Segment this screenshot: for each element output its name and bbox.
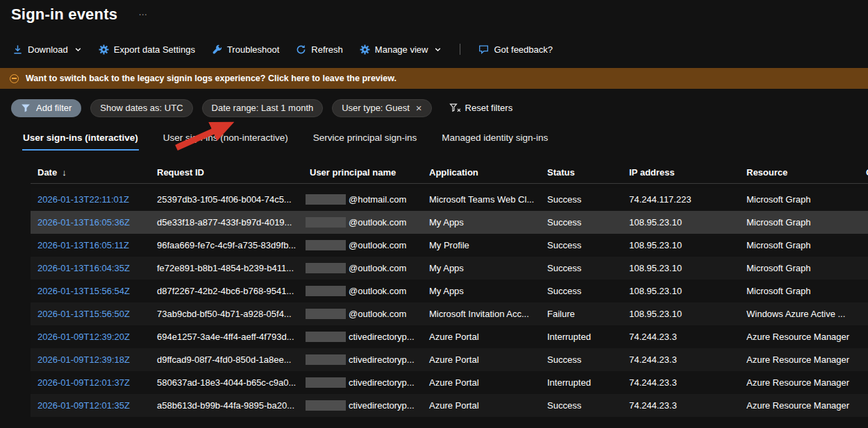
toolbar-button-download[interactable]: Download [12, 44, 82, 55]
toolbar-label: Got feedback? [494, 44, 553, 55]
column-header-label: IP address [629, 167, 675, 178]
toolbar-label: Export data Settings [114, 44, 195, 55]
download-icon [12, 44, 23, 55]
user-principal-name-cell: ctivedirectoryp... [303, 377, 422, 388]
more-options-icon[interactable]: … [138, 7, 147, 17]
resource-cell: Microsoft Graph [740, 286, 859, 296]
application-cell: My Apps [422, 286, 540, 296]
redaction-box [306, 194, 346, 205]
date-cell: 2026-01-13T16:05:36Z [31, 217, 150, 228]
resource-cell: Windows Azure Active ... [740, 309, 859, 319]
date-link[interactable]: 2026-01-09T12:01:37Z [37, 377, 130, 388]
ip-address-cell: 108.95.23.10 [622, 240, 740, 250]
ip-address-cell: 74.244.117.223 [622, 194, 740, 205]
clear-filter-icon [449, 103, 461, 113]
chevron-down-icon [434, 46, 442, 53]
add-filter-button[interactable]: Add filter [11, 99, 81, 117]
request-id-cell: d9ffcad9-08f7-4fd0-850d-1a8ee... [150, 354, 303, 365]
toolbar: DownloadExport data SettingsTroubleshoot… [0, 37, 868, 61]
column-header-date[interactable]: Date↓ [31, 167, 150, 178]
toolbar-button-refresh[interactable]: Refresh [296, 44, 343, 55]
application-cell: My Apps [422, 217, 540, 228]
resource-cell: Azure Resource Manager [740, 400, 859, 411]
table-row[interactable]: 2026-01-13T22:11:01Z25397db3-1f05-4f06-b… [31, 188, 868, 211]
date-cell: 2026-01-09T12:39:18Z [31, 354, 150, 365]
date-cell: 2026-01-09T12:01:37Z [31, 377, 150, 388]
date-cell: 2026-01-13T22:11:01Z [31, 194, 150, 205]
application-cell: Microsoft Invitation Acc... [422, 309, 540, 319]
close-icon[interactable]: × [416, 103, 422, 113]
toolbar-label: Download [28, 44, 68, 55]
status-cell: Success [540, 286, 622, 296]
status-cell: Success [540, 263, 622, 273]
column-header-label: User principal name [310, 167, 396, 178]
user-principal-name-cell: @outlook.com [303, 286, 422, 296]
column-header-user-principal-name[interactable]: User principal name [303, 167, 422, 178]
table-row[interactable]: 2026-01-13T16:05:36Zd5e33f18-a877-433f-b… [31, 211, 868, 234]
table-row[interactable]: 2026-01-09T12:01:35Za58b613d-b99b-44fa-9… [31, 394, 868, 417]
toolbar-button-manage-view[interactable]: Manage view [360, 44, 442, 55]
date-link[interactable]: 2026-01-09T12:01:35Z [37, 400, 130, 411]
ip-address-cell: 74.244.23.3 [622, 400, 740, 411]
application-cell: My Apps [422, 263, 540, 273]
application-cell: Azure Portal [422, 400, 540, 411]
filter-pill-user-type-guest[interactable]: User type: Guest× [332, 99, 431, 117]
column-header-request-id[interactable]: Request ID [150, 167, 303, 178]
table-row[interactable]: 2026-01-13T15:56:54Zd87f2267-42b2-4bc6-b… [31, 280, 868, 302]
user-principal-name-cell: ctivedirectoryp... [303, 332, 422, 342]
column-header-label: Application [429, 167, 478, 178]
status-cell: Interrupted [540, 377, 622, 388]
toolbar-button-troubleshoot[interactable]: Troubleshoot [212, 44, 279, 55]
page-header: Sign-in events … [0, 0, 868, 24]
gear-icon [360, 44, 370, 55]
feedback-icon [478, 44, 489, 55]
date-link[interactable]: 2026-01-13T16:05:36Z [37, 217, 130, 228]
signin-events-table: Date↓Request IDUser principal nameApplic… [31, 162, 868, 417]
date-link[interactable]: 2026-01-13T16:05:11Z [37, 240, 129, 250]
column-header-conditional-access[interactable]: Conditional Access [859, 167, 868, 178]
column-header-label: Date [37, 167, 57, 178]
filter-pill-show-dates-as-utc[interactable]: Show dates as: UTC [90, 99, 192, 117]
banner-message[interactable]: Want to switch back to the legacy signin… [26, 74, 397, 83]
resource-cell: Microsoft Graph [740, 217, 859, 228]
request-id-cell: 25397db3-1f05-4f06-b004-74c5... [150, 194, 303, 205]
redaction-box [306, 286, 346, 296]
column-header-resource[interactable]: Resource [740, 167, 859, 178]
filter-pill-date-range-last-1-month[interactable]: Date range: Last 1 month [202, 99, 324, 117]
column-header-status[interactable]: Status [540, 167, 622, 178]
status-cell: Interrupted [540, 332, 622, 342]
table-row[interactable]: 2026-01-13T16:04:35Zfe72e891-b8b1-4854-b… [31, 257, 868, 280]
toolbar-label: Manage view [375, 44, 428, 55]
filter-pill-label: Date range: Last 1 month [212, 103, 314, 113]
ip-address-cell: 74.244.23.3 [622, 377, 740, 388]
tab-managed-identity-sign-ins[interactable]: Managed identity sign-ins [441, 130, 549, 151]
date-link[interactable]: 2026-01-09T12:39:18Z [37, 354, 130, 365]
tab-user-sign-ins-interactive[interactable]: User sign-ins (interactive) [22, 130, 139, 151]
column-header-ip-address[interactable]: IP address [622, 167, 740, 178]
table-row[interactable]: 2026-01-09T12:39:18Zd9ffcad9-08f7-4fd0-8… [31, 348, 868, 371]
date-link[interactable]: 2026-01-09T12:39:20Z [37, 332, 130, 342]
column-header-application[interactable]: Application [422, 167, 540, 178]
ip-address-cell: 108.95.23.10 [622, 309, 740, 319]
column-header-label: Status [547, 167, 575, 178]
add-filter-label: Add filter [36, 103, 72, 113]
resource-cell: Azure Resource Manager [740, 332, 859, 342]
toolbar-button-export-data-settings[interactable]: Export data Settings [99, 44, 195, 55]
warning-banner: Want to switch back to the legacy signin… [0, 68, 868, 89]
redaction-box [306, 377, 346, 388]
table-row[interactable]: 2026-01-09T12:39:20Z694e1257-3a4e-4ff4-a… [31, 325, 868, 348]
reset-filters-button[interactable]: Reset filters [445, 102, 517, 114]
request-id-cell: 580637ad-18e3-4044-b65c-c9a0... [150, 377, 303, 388]
tab-user-sign-ins-non-interactive[interactable]: User sign-ins (non-interactive) [162, 130, 289, 151]
tab-service-principal-sign-ins[interactable]: Service principal sign-ins [312, 130, 417, 151]
date-link[interactable]: 2026-01-13T16:04:35Z [37, 263, 130, 273]
date-link[interactable]: 2026-01-13T22:11:01Z [37, 194, 129, 205]
date-link[interactable]: 2026-01-13T15:56:54Z [37, 286, 130, 296]
toolbar-button-got-feedback[interactable]: Got feedback? [478, 44, 553, 55]
table-row[interactable]: 2026-01-09T12:01:37Z580637ad-18e3-4044-b… [31, 371, 868, 394]
date-link[interactable]: 2026-01-13T15:56:50Z [37, 309, 130, 319]
user-principal-name-cell: @outlook.com [303, 217, 422, 228]
redaction-box [306, 309, 346, 319]
table-row[interactable]: 2026-01-13T16:05:11Z96faa669-fe7c-4c9f-a… [31, 234, 868, 257]
table-row[interactable]: 2026-01-13T15:56:50Z73ab9cbd-bf50-4b71-a… [31, 302, 868, 325]
